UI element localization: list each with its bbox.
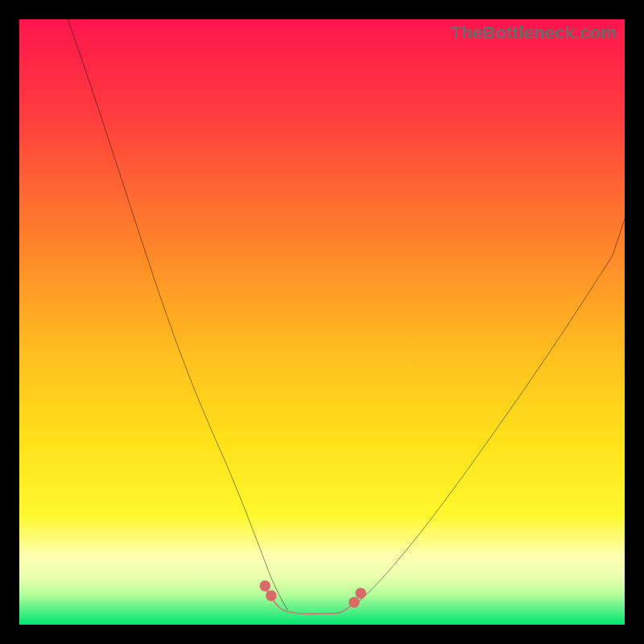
plot-area: TheBottleneck.com <box>19 19 625 625</box>
valley-marker-dot <box>266 590 277 601</box>
chart-frame: TheBottleneck.com <box>0 0 644 644</box>
curve-layer <box>19 19 625 625</box>
right-curve <box>353 219 625 606</box>
valley-marker-dot <box>355 588 366 599</box>
valley-marker-path <box>266 589 358 613</box>
valley-marker-dot <box>260 580 271 592</box>
valley-marker-dot <box>349 597 360 608</box>
left-curve <box>68 19 287 609</box>
watermark-text: TheBottleneck.com <box>451 23 617 43</box>
